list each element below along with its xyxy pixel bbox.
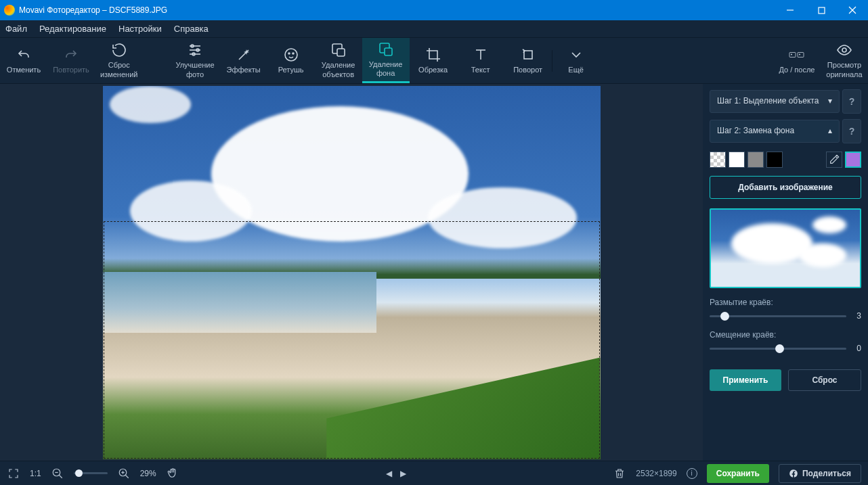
- offset-label: Смещение краёв:: [710, 330, 861, 340]
- offset-slider[interactable]: [710, 348, 846, 350]
- app-icon: [4, 5, 15, 16]
- menu-settings[interactable]: Настройки: [118, 24, 162, 34]
- maximize-button[interactable]: [806, 0, 837, 20]
- blur-value: 3: [852, 311, 861, 321]
- undo-button[interactable]: Отменить: [0, 38, 47, 83]
- nav-controls: ◀ ▶: [386, 469, 406, 478]
- reset-changes-button[interactable]: Сброс изменений: [95, 38, 143, 83]
- svg-point-21: [799, 53, 800, 55]
- before-after-button[interactable]: До / после: [773, 38, 821, 83]
- retouch-button[interactable]: Ретушь: [267, 38, 315, 83]
- hand-tool-button[interactable]: [166, 467, 179, 480]
- step-2-header[interactable]: Шаг 2: Замена фона ▴: [710, 120, 840, 143]
- zoom-value: 29%: [140, 469, 156, 478]
- zoom-out-button[interactable]: [51, 467, 64, 480]
- zoom-in-button[interactable]: [117, 467, 131, 480]
- svg-rect-19: [798, 52, 804, 57]
- zoom-slider[interactable]: [74, 472, 108, 474]
- swatch-black[interactable]: [766, 152, 783, 168]
- bg-removal-button[interactable]: Удаление фона: [362, 38, 410, 83]
- swatch-white[interactable]: [729, 152, 745, 168]
- crop-button[interactable]: Обрезка: [410, 38, 457, 83]
- face-icon: [283, 47, 299, 63]
- reset-button[interactable]: Сброс: [788, 369, 861, 391]
- blur-label: Размытие краёв:: [710, 298, 861, 307]
- eye-icon: [836, 42, 852, 58]
- canvas-area[interactable]: [0, 84, 703, 461]
- image-dimensions: 2532×1899: [636, 469, 676, 478]
- window-title: Movavi Фоторедактор – DSCF5889.JPG: [19, 5, 775, 15]
- chevron-up-icon: ▴: [828, 126, 832, 137]
- color-swatches: [710, 152, 861, 168]
- image-canvas[interactable]: [103, 86, 601, 459]
- menu-help[interactable]: Справка: [174, 24, 209, 34]
- side-panel: Шаг 1: Выделение объекта ▾ ? Шаг 2: Заме…: [703, 84, 868, 461]
- text-icon: [473, 47, 489, 63]
- fit-actual-button[interactable]: 1:1: [30, 469, 41, 478]
- blur-slider[interactable]: [710, 315, 846, 317]
- svg-point-11: [288, 53, 290, 54]
- offset-value: 0: [852, 344, 861, 353]
- toolbar: Отменить Повторить Сброс изменений Улучш…: [0, 38, 868, 84]
- remove-object-icon: [330, 42, 347, 58]
- menu-file[interactable]: Файл: [5, 24, 27, 34]
- chevron-down-icon: [568, 47, 584, 63]
- step-1-header[interactable]: Шаг 1: Выделение объекта ▾: [710, 90, 840, 113]
- svg-point-20: [791, 53, 792, 55]
- workspace: Шаг 1: Выделение объекта ▾ ? Шаг 2: Заме…: [0, 84, 868, 461]
- wand-icon: [236, 47, 252, 63]
- swatch-custom-color[interactable]: [845, 152, 861, 168]
- step-1-help-button[interactable]: ?: [842, 89, 861, 114]
- svg-rect-14: [337, 49, 345, 56]
- object-removal-button[interactable]: Удаление объектов: [315, 38, 362, 83]
- crop-icon: [425, 47, 441, 63]
- menubar: Файл Редактирование Настройки Справка: [0, 20, 868, 38]
- fullscreen-button[interactable]: [7, 467, 20, 480]
- svg-line-27: [125, 475, 129, 478]
- close-button[interactable]: [837, 0, 868, 20]
- swatch-gray[interactable]: [747, 152, 764, 168]
- menu-edit[interactable]: Редактирование: [39, 24, 106, 34]
- info-button[interactable]: i: [687, 468, 697, 479]
- svg-point-10: [285, 49, 297, 61]
- apply-button[interactable]: Применить: [710, 369, 781, 391]
- reset-icon: [111, 42, 127, 58]
- compare-icon: [789, 47, 805, 63]
- redo-icon: [63, 47, 79, 63]
- rotate-icon: [520, 47, 536, 63]
- svg-point-12: [292, 53, 294, 54]
- svg-rect-17: [524, 51, 532, 59]
- background-thumbnail[interactable]: [710, 208, 861, 288]
- remove-bg-icon: [378, 41, 394, 57]
- eyedropper-button[interactable]: [826, 152, 842, 168]
- swatch-transparent[interactable]: [710, 152, 726, 168]
- redo-button[interactable]: Повторить: [47, 38, 95, 83]
- prev-image-button[interactable]: ◀: [386, 469, 392, 478]
- enhance-button[interactable]: Улучшение фото: [170, 38, 219, 83]
- statusbar: 1:1 29% ◀ ▶ 2532×1899 i Сохранить Подели…: [0, 461, 868, 485]
- next-image-button[interactable]: ▶: [400, 469, 406, 478]
- share-button[interactable]: Поделиться: [779, 464, 861, 483]
- svg-rect-18: [789, 52, 796, 57]
- delete-button[interactable]: [613, 467, 626, 480]
- rotate-button[interactable]: Поворот: [504, 38, 552, 83]
- svg-line-24: [59, 475, 62, 478]
- minimize-button[interactable]: [775, 0, 806, 20]
- sliders-icon: [187, 42, 203, 58]
- effects-button[interactable]: Эффекты: [220, 38, 267, 83]
- add-image-button[interactable]: Добавить изображение: [710, 176, 861, 199]
- original-view-button[interactable]: Просмотр оригинала: [821, 38, 868, 83]
- svg-point-22: [842, 48, 846, 52]
- more-button[interactable]: Ещё: [552, 38, 600, 83]
- text-button[interactable]: Текст: [457, 38, 504, 83]
- app-name: Movavi Фоторедактор: [19, 5, 100, 15]
- step-2-help-button[interactable]: ?: [842, 119, 861, 143]
- chevron-down-icon: ▾: [828, 96, 832, 107]
- undo-icon: [16, 47, 32, 63]
- file-name: DSCF5889.JPG: [109, 5, 167, 15]
- svg-rect-16: [385, 48, 392, 55]
- titlebar: Movavi Фоторедактор – DSCF5889.JPG: [0, 0, 868, 20]
- save-button[interactable]: Сохранить: [707, 464, 769, 483]
- svg-rect-1: [819, 7, 825, 14]
